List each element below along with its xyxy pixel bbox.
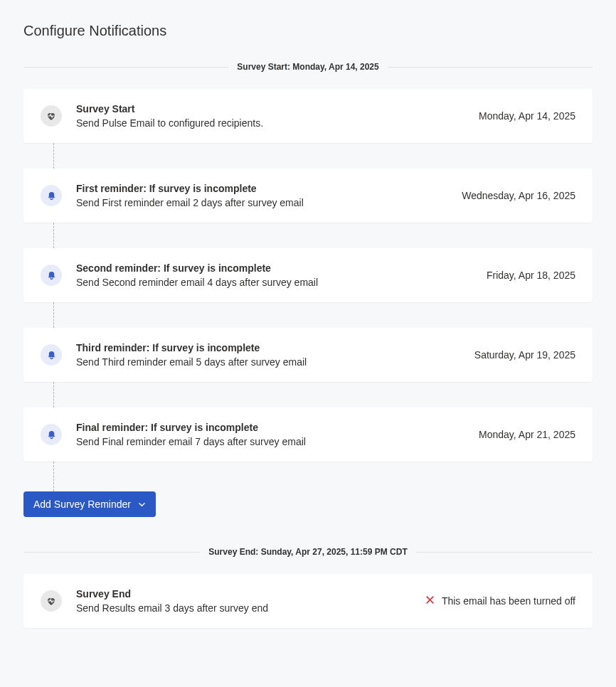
card-date: Monday, Apr 14, 2025	[479, 110, 575, 122]
notification-timeline: Survey Start Send Pulse Email to configu…	[23, 89, 593, 517]
card-title: Final reminder: If survey is incomplete	[76, 422, 464, 433]
card-desc: Send Second reminder email 4 days after …	[76, 277, 472, 288]
connector	[53, 382, 54, 408]
pulse-icon	[41, 590, 62, 612]
card-second-reminder[interactable]: Second reminder: If survey is incomplete…	[23, 248, 593, 302]
chevron-down-icon	[138, 501, 146, 508]
survey-end-divider-text: Survey End: Sunday, Apr 27, 2025, 11:59 …	[200, 547, 415, 557]
email-off-text: This email has been turned off	[442, 595, 575, 607]
card-date: Friday, Apr 18, 2025	[487, 270, 575, 281]
card-desc: Send Final reminder email 7 days after s…	[76, 436, 464, 447]
connector	[53, 302, 54, 328]
card-desc: Send Results email 3 days after survey e…	[76, 602, 411, 614]
card-title: Survey Start	[76, 103, 464, 114]
card-date: Wednesday, Apr 16, 2025	[462, 190, 575, 201]
card-title: Second reminder: If survey is incomplete	[76, 262, 472, 274]
bell-icon	[41, 265, 62, 286]
card-title: Third reminder: If survey is incomplete	[76, 342, 460, 353]
card-survey-start[interactable]: Survey Start Send Pulse Email to configu…	[23, 89, 593, 143]
bell-icon	[41, 344, 62, 366]
card-survey-end[interactable]: Survey End Send Results email 3 days aft…	[23, 574, 593, 628]
card-desc: Send Pulse Email to configured recipient…	[76, 117, 464, 129]
card-title: First reminder: If survey is incomplete	[76, 183, 447, 194]
card-date: Saturday, Apr 19, 2025	[474, 349, 575, 361]
bell-icon	[41, 424, 62, 445]
add-survey-reminder-button[interactable]: Add Survey Reminder	[23, 491, 156, 517]
survey-start-divider: Survey Start: Monday, Apr 14, 2025	[23, 62, 593, 72]
bell-icon	[41, 185, 62, 206]
page-title: Configure Notifications	[23, 23, 593, 39]
card-third-reminder[interactable]: Third reminder: If survey is incomplete …	[23, 328, 593, 382]
card-title: Survey End	[76, 588, 411, 600]
connector	[53, 223, 54, 248]
survey-end-divider: Survey End: Sunday, Apr 27, 2025, 11:59 …	[23, 547, 593, 557]
add-button-label: Add Survey Reminder	[33, 499, 131, 510]
card-desc: Send Third reminder email 5 days after s…	[76, 356, 460, 368]
pulse-icon	[41, 105, 62, 127]
card-first-reminder[interactable]: First reminder: If survey is incomplete …	[23, 169, 593, 223]
connector	[53, 143, 54, 169]
card-desc: Send First reminder email 2 days after s…	[76, 197, 447, 208]
card-final-reminder[interactable]: Final reminder: If survey is incomplete …	[23, 408, 593, 462]
close-icon	[425, 595, 435, 607]
survey-start-divider-text: Survey Start: Monday, Apr 14, 2025	[228, 62, 387, 72]
connector	[53, 462, 54, 491]
card-date: Monday, Apr 21, 2025	[479, 429, 575, 440]
